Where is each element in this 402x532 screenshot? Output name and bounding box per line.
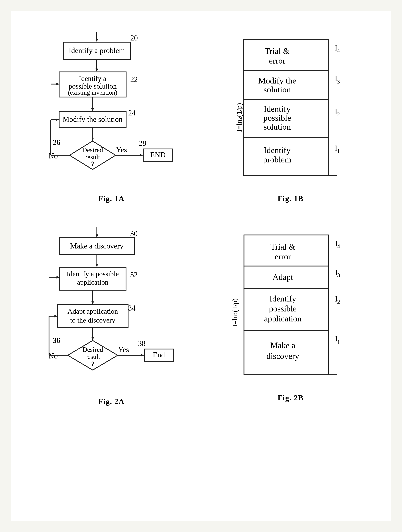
- fig1b-row3-sub: 3: [337, 78, 340, 85]
- fig2a-num30: 30: [130, 229, 138, 238]
- fig2a-label: Fig. 2A: [98, 397, 125, 406]
- fig2a-text-application-1: Identify a possible: [67, 270, 119, 278]
- figures-row-2: 30 Make a discovery 32 Identify a possib…: [29, 221, 373, 406]
- fig2a-no-label: No: [49, 352, 58, 360]
- fig1b-row3-text2: solution: [264, 85, 291, 94]
- svg-marker-19: [96, 234, 98, 238]
- fig2a-text-desired-3: ?: [91, 360, 94, 367]
- svg-marker-32: [141, 354, 144, 357]
- fig2b-yaxis: I=ln₂(1/p): [231, 298, 239, 327]
- fig1b-section: I=ln₂(1/p) Trial & error I 4 Modify the …: [208, 25, 373, 203]
- fig2a-text-discovery: Make a discovery: [70, 242, 124, 250]
- fig1a-svg: 20 Identify a problem 22 Identify a poss…: [37, 25, 186, 189]
- fig2b-row1-text2: discovery: [266, 351, 299, 361]
- fig1a-no-label: No: [49, 152, 58, 160]
- figures-row-1: 20 Identify a problem 22 Identify a poss…: [29, 25, 373, 203]
- fig2b-row3-sub: 3: [337, 272, 340, 279]
- svg-marker-1: [95, 39, 98, 42]
- fig2a-text-desired-2: result: [85, 353, 100, 360]
- fig1b-row4-text2: error: [269, 56, 285, 65]
- fig2b-svg: I=ln₂(1/p) Trial & error I 4 Adapt I 3 I…: [222, 228, 359, 388]
- svg-marker-7: [91, 138, 94, 141]
- fig2a-num34: 34: [128, 304, 135, 312]
- svg-marker-5: [91, 108, 94, 112]
- fig2a-text-desired-1: Desired: [82, 346, 103, 353]
- fig2b-section: I=ln₂(1/p) Trial & error I 4 Adapt I 3 I…: [208, 221, 373, 402]
- fig2a-yes-label: Yes: [118, 345, 129, 354]
- fig1b-row1-text2: problem: [263, 155, 291, 164]
- fig1b-row4-text1: Trial &: [265, 46, 290, 56]
- fig2b-row4-text2: error: [275, 252, 291, 261]
- fig1a-text-identify-solution-1: Identify a: [79, 75, 106, 82]
- fig2b-row3-text: Adapt: [273, 272, 293, 282]
- fig2a-text-application-2: application: [77, 278, 108, 286]
- svg-marker-24: [91, 301, 94, 304]
- fig2b-row4-text1: Trial &: [270, 242, 295, 251]
- fig1a-num26: 26: [53, 138, 60, 146]
- page: 20 Identify a problem 22 Identify a poss…: [11, 11, 391, 521]
- fig1a-section: 20 Identify a problem 22 Identify a poss…: [29, 25, 194, 203]
- fig1a-text-desired-1: Desired: [82, 146, 103, 154]
- fig2a-num36: 36: [53, 336, 60, 344]
- fig1b-svg: I=ln₂(1/p) Trial & error I 4 Modify the …: [222, 33, 359, 189]
- fig2b-row1-sub: 1: [337, 339, 340, 345]
- fig2a-section: 30 Make a discovery 32 Identify a possib…: [29, 221, 194, 406]
- fig2b-row4-sub: 4: [337, 243, 340, 250]
- fig1a-text-modify: Modify the solution: [63, 115, 123, 123]
- fig2b-row2-sub: 2: [337, 299, 340, 305]
- fig2a-num32: 32: [130, 271, 138, 279]
- svg-marker-26: [91, 337, 94, 341]
- fig1a-text-desired-2: result: [85, 153, 100, 161]
- fig1b-yaxis: I=ln₂(1/p): [235, 103, 243, 132]
- fig2a-num38: 38: [138, 339, 145, 348]
- svg-marker-11: [56, 118, 59, 121]
- fig2b-row1-text1: Make a: [270, 341, 295, 350]
- fig2a-svg: 30 Make a discovery 32 Identify a possib…: [37, 221, 186, 392]
- fig2a-text-adapt-2: to the discovery: [70, 316, 115, 324]
- fig1b-row2-sub: 2: [337, 111, 340, 118]
- fig1a-label: Fig. 1A: [98, 194, 125, 203]
- fig1a-num28: 28: [139, 139, 146, 147]
- fig1a-text-end: END: [150, 151, 165, 159]
- fig1b-row2-text3: solution: [264, 122, 291, 131]
- fig1a-num22: 22: [130, 75, 138, 84]
- fig1b-row2-text2: possible: [263, 113, 291, 122]
- fig1a-text-desired-3: ?: [91, 160, 94, 168]
- svg-marker-13: [140, 154, 143, 157]
- fig2a-text-adapt-1: Adapt application: [68, 307, 118, 315]
- fig1a-num20: 20: [130, 34, 138, 42]
- svg-marker-3: [95, 69, 98, 72]
- fig1b-row4-sub: 4: [337, 48, 340, 54]
- fig2b-label: Fig. 2B: [278, 393, 303, 402]
- svg-marker-21: [96, 264, 98, 267]
- fig1a-text-identify-solution-3: (existing invention): [68, 89, 117, 96]
- fig1b-row2-text1: Identify: [264, 104, 291, 114]
- fig2a-text-end: End: [153, 351, 165, 359]
- fig1b-row3-text1: Modify the: [258, 76, 296, 85]
- fig2b-row2-text2: possible: [269, 304, 296, 313]
- fig1b-row1-sub: 1: [337, 148, 340, 154]
- fig1a-text-identify-problem: Identify a problem: [69, 46, 125, 55]
- fig1b-label: Fig. 1B: [278, 194, 303, 203]
- fig1b-row1-text1: Identify: [264, 146, 291, 155]
- fig1a-yes-label: Yes: [116, 146, 127, 154]
- fig1a-num24: 24: [128, 109, 136, 117]
- fig2b-row2-text3: application: [264, 314, 302, 323]
- fig2b-row2-text1: Identify: [270, 294, 296, 303]
